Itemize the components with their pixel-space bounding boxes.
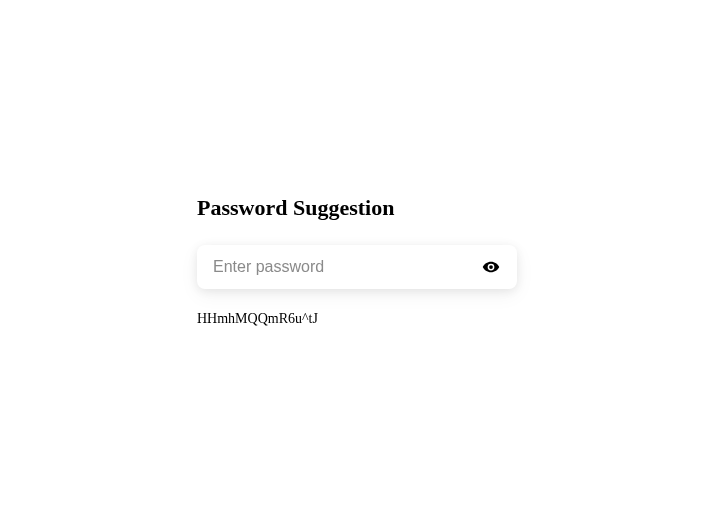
password-input[interactable] — [213, 258, 469, 276]
password-input-wrapper — [197, 245, 517, 289]
password-suggestion-widget: Password Suggestion HHmhMQQmR6u^tJ — [197, 195, 517, 327]
page-title: Password Suggestion — [197, 195, 517, 221]
eye-icon[interactable] — [481, 257, 501, 277]
password-suggestion-text: HHmhMQQmR6u^tJ — [197, 311, 517, 327]
